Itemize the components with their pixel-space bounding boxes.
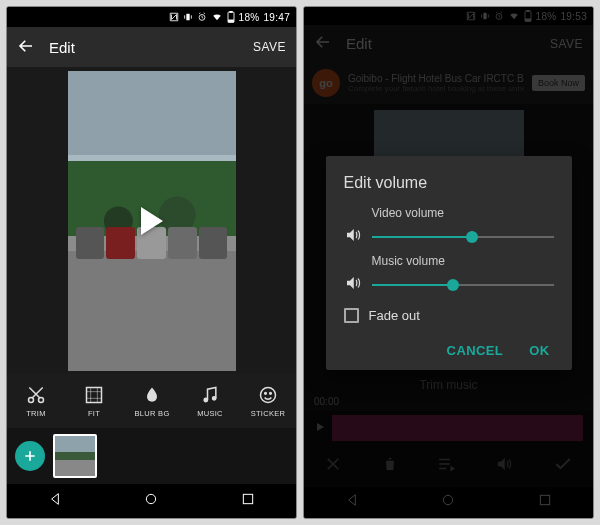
svg-rect-3 [229, 11, 231, 12]
video-volume-slider[interactable] [372, 227, 554, 247]
video-volume-label: Video volume [372, 206, 554, 220]
vibrate-icon [183, 12, 193, 22]
svg-point-13 [147, 494, 156, 503]
tool-bar: TRIM FIT BLUR BG MUSIC STICKER [7, 374, 296, 428]
wifi-icon [211, 12, 223, 22]
volume-icon [344, 274, 362, 296]
android-navbar [7, 484, 296, 518]
music-volume-slider[interactable] [372, 275, 554, 295]
tool-music[interactable]: MUSIC [181, 374, 239, 428]
fade-out-label: Fade out [369, 308, 420, 323]
nfc-icon [169, 12, 179, 22]
svg-point-11 [265, 392, 267, 394]
svg-point-12 [270, 392, 272, 394]
svg-rect-14 [243, 494, 252, 503]
timeline [7, 428, 296, 484]
ok-button[interactable]: OK [529, 343, 549, 358]
svg-point-9 [213, 396, 216, 399]
tool-blurbg[interactable]: BLUR BG [123, 374, 181, 428]
volume-icon [344, 226, 362, 248]
edit-volume-dialog: Edit volume Video volume Music volume Fa… [326, 156, 572, 370]
fade-out-checkbox[interactable] [344, 308, 359, 323]
music-volume-label: Music volume [372, 254, 554, 268]
tool-label: FIT [88, 409, 100, 418]
modal-overlay: Edit volume Video volume Music volume Fa… [304, 7, 593, 518]
tool-trim[interactable]: TRIM [7, 374, 65, 428]
tool-label: TRIM [26, 409, 46, 418]
svg-point-10 [261, 387, 276, 402]
save-button[interactable]: SAVE [253, 40, 286, 54]
page-title: Edit [49, 39, 75, 56]
nav-recents-icon[interactable] [240, 491, 256, 511]
screen-edit-main: 18% 19:47 Edit SAVE TRIM FIT BLUR BG MUS… [6, 6, 297, 519]
screen-edit-volume: 18% 19:53 Edit SAVE go Goibibo - Flight … [303, 6, 594, 519]
tool-label: STICKER [251, 409, 286, 418]
battery-icon [227, 11, 235, 23]
status-bar: 18% 19:47 [7, 7, 296, 27]
battery-pct: 18% [239, 12, 260, 23]
svg-rect-0 [186, 14, 189, 21]
cancel-button[interactable]: CANCEL [447, 343, 504, 358]
clip-thumbnail[interactable] [53, 434, 97, 478]
nav-home-icon[interactable] [143, 491, 159, 511]
app-bar: Edit SAVE [7, 27, 296, 67]
tool-sticker[interactable]: STICKER [239, 374, 296, 428]
play-icon[interactable] [141, 207, 163, 235]
alarm-icon [197, 12, 207, 22]
tool-label: MUSIC [197, 409, 223, 418]
dialog-title: Edit volume [344, 174, 554, 192]
video-preview[interactable] [68, 71, 236, 371]
video-preview-area [7, 67, 296, 374]
svg-point-8 [204, 398, 207, 401]
clock: 19:47 [263, 12, 290, 23]
svg-rect-4 [228, 20, 233, 22]
add-button[interactable] [15, 441, 45, 471]
svg-rect-7 [87, 387, 102, 402]
nav-back-icon[interactable] [47, 491, 63, 511]
tool-fit[interactable]: FIT [65, 374, 123, 428]
tool-label: BLUR BG [134, 409, 169, 418]
back-icon[interactable] [17, 37, 35, 58]
